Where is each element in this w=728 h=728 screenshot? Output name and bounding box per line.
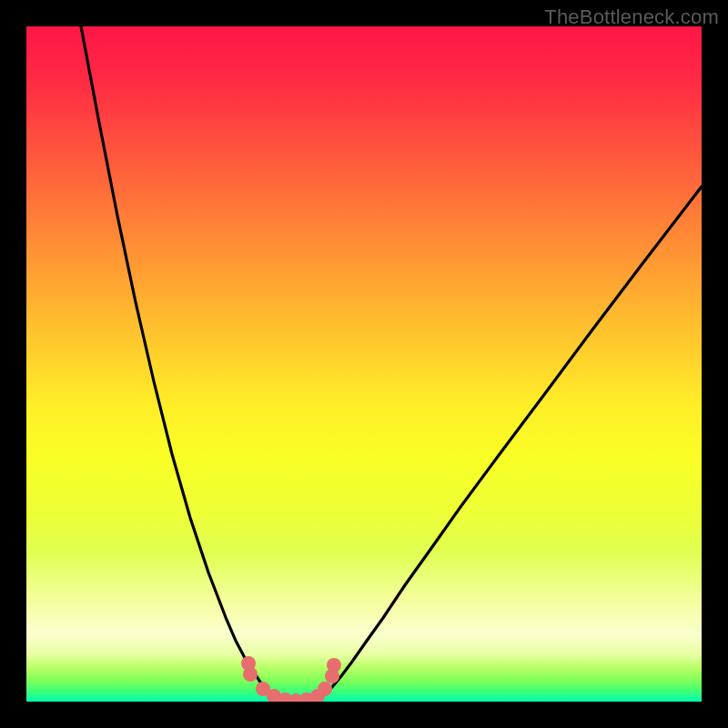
curve-layer	[26, 26, 702, 702]
curve-left-arm	[81, 26, 277, 698]
valley-dot	[318, 682, 332, 696]
valley-dot	[327, 658, 341, 672]
watermark-text: TheBottleneck.com	[544, 5, 719, 29]
valley-dot	[243, 667, 258, 682]
chart-frame: TheBottleneck.com	[0, 0, 728, 728]
plot-area	[26, 26, 702, 702]
valley-marker-group	[241, 656, 341, 702]
curve-right-arm	[319, 187, 702, 698]
